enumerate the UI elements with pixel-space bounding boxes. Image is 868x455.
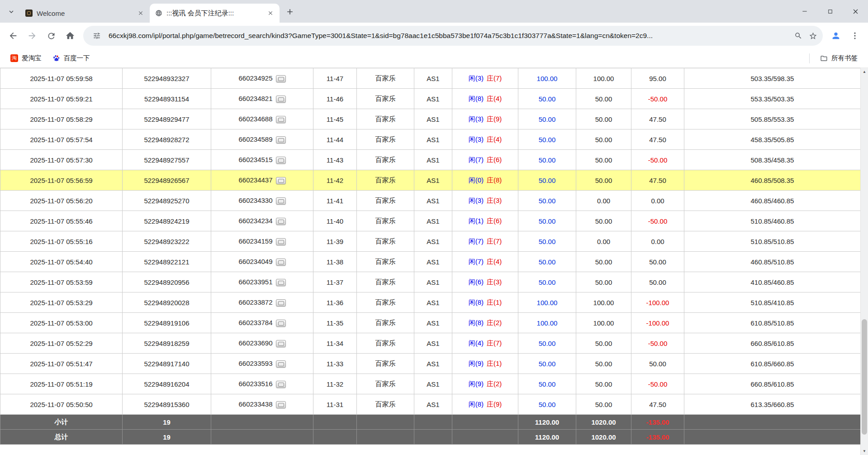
table-row[interactable]: 2025-11-07 05:50:50 522948915360 6602334…	[0, 394, 861, 415]
table-row[interactable]: 2025-11-07 05:54:40 522948922121 6602340…	[0, 252, 861, 272]
video-icon[interactable]	[276, 116, 286, 123]
video-icon[interactable]	[276, 96, 286, 103]
video-icon[interactable]	[276, 381, 286, 388]
round-id-text: 660234159	[238, 237, 272, 245]
video-icon[interactable]	[276, 197, 286, 205]
cell-table: AS1	[414, 394, 452, 415]
cell-time: 2025-11-07 05:58:29	[0, 109, 123, 129]
table-row[interactable]: 2025-11-07 05:53:29 522948920028 6602338…	[0, 292, 861, 313]
scroll-up-icon[interactable]: ▲	[861, 68, 868, 76]
player-score: 闲(6)	[469, 278, 484, 286]
reload-button[interactable]	[42, 26, 61, 45]
banker-score: 庄(9)	[487, 115, 502, 123]
forward-arrow-icon	[27, 31, 37, 41]
cell-balance: 510.85/460.85	[684, 211, 861, 231]
player-score: 闲(3)	[469, 196, 484, 204]
video-icon[interactable]	[276, 157, 286, 164]
new-tab-button[interactable]	[283, 5, 297, 19]
cell-round: 11-37	[313, 272, 357, 292]
forward-button[interactable]	[23, 26, 42, 45]
video-icon[interactable]	[276, 320, 286, 327]
table-row[interactable]: 2025-11-07 05:55:46 522948924219 6602342…	[0, 211, 861, 231]
profile-icon[interactable]	[826, 26, 845, 45]
cell-bet-id: 522948919106	[123, 313, 211, 333]
cell-balance: 458.35/505.85	[684, 129, 861, 150]
cell-bet-id: 522948925270	[123, 191, 211, 211]
close-tab-icon[interactable]	[136, 9, 145, 18]
table-row[interactable]: 2025-11-07 05:56:20 522948925270 6602343…	[0, 191, 861, 211]
close-tab-icon[interactable]	[266, 9, 275, 18]
video-icon[interactable]	[276, 299, 286, 307]
baidu-paw-icon	[52, 54, 60, 62]
page-content: 2025-11-07 05:59:58 522948932327 6602349…	[0, 68, 868, 455]
cell-time: 2025-11-07 05:57:30	[0, 150, 123, 170]
cell-round-id: 660234049	[211, 252, 313, 272]
cell-game: 百家乐	[357, 394, 414, 415]
video-icon[interactable]	[276, 177, 286, 184]
cell-winloss: -100.00	[631, 313, 684, 333]
video-icon[interactable]	[276, 238, 286, 245]
table-row[interactable]: 2025-11-07 05:51:47 522948917140 6602335…	[0, 354, 861, 374]
cell-result-detail: 闲(3)庄(3)	[452, 191, 518, 211]
table-row[interactable]: 2025-11-07 05:57:54 522948928272 6602345…	[0, 129, 861, 150]
round-id-text: 660234688	[238, 115, 272, 123]
table-row[interactable]: 2025-11-07 05:51:19 522948916204 6602335…	[0, 374, 861, 394]
cell-round: 11-46	[313, 89, 357, 109]
table-row[interactable]: 2025-11-07 05:59:21 522948931154 6602348…	[0, 89, 861, 109]
tab-search-button[interactable]	[5, 5, 18, 19]
cell-summary-bet: 1120.00	[518, 415, 576, 430]
video-icon[interactable]	[276, 136, 286, 144]
cell-time: 2025-11-07 05:53:29	[0, 292, 123, 313]
minimize-button[interactable]	[792, 0, 817, 23]
tab-betrecord[interactable]: :::视讯 会员下注纪录:::	[150, 4, 280, 23]
video-icon[interactable]	[276, 259, 286, 266]
cell-bet-id: 522948927557	[123, 150, 211, 170]
table-row[interactable]: 2025-11-07 05:56:59 522948926567 6602344…	[0, 170, 861, 191]
tab-welcome[interactable]: Welcome	[20, 4, 150, 23]
maximize-button[interactable]	[817, 0, 843, 23]
cell-round: 11-32	[313, 374, 357, 394]
bookmark-taobao[interactable]: 淘 爱淘宝	[6, 52, 46, 64]
url-text[interactable]: 66cxkj98.com/ipl/portal.php/game/betreco…	[109, 32, 788, 40]
zoom-icon[interactable]	[791, 29, 806, 43]
cell-table: AS1	[414, 231, 452, 252]
menu-icon[interactable]	[845, 26, 864, 45]
cell-result-detail: 闲(3)庄(4)	[452, 129, 518, 150]
table-row[interactable]: 2025-11-07 05:58:29 522948929477 6602346…	[0, 109, 861, 129]
video-icon[interactable]	[276, 218, 286, 225]
table-row[interactable]: 2025-11-07 05:57:30 522948927557 6602345…	[0, 150, 861, 170]
address-bar[interactable]: 66cxkj98.com/ipl/portal.php/game/betreco…	[83, 26, 823, 46]
video-icon[interactable]	[276, 279, 286, 286]
cell-time: 2025-11-07 05:53:00	[0, 313, 123, 333]
scrollbar-thumb[interactable]	[862, 319, 867, 435]
all-bookmarks-button[interactable]: 所有书签	[816, 52, 862, 64]
round-id-text: 660233951	[238, 278, 272, 286]
back-button[interactable]	[4, 26, 23, 45]
video-icon[interactable]	[276, 360, 286, 368]
vertical-scrollbar[interactable]: ▲ ▼	[860, 68, 868, 455]
cell-balance: 610.85/510.85	[684, 313, 861, 333]
cell-bet-id: 522948916204	[123, 374, 211, 394]
table-row[interactable]: 2025-11-07 05:53:59 522948920956 6602339…	[0, 272, 861, 292]
site-settings-icon[interactable]	[90, 29, 104, 43]
home-button[interactable]	[61, 26, 80, 45]
cell-result-detail: 闲(4)庄(7)	[452, 333, 518, 354]
bookmark-baidu[interactable]: 百度一下	[48, 52, 94, 64]
cell-valid-amount: 50.00	[576, 89, 631, 109]
close-window-button[interactable]	[843, 0, 868, 23]
table-row[interactable]: 2025-11-07 05:52:29 522948918259 6602336…	[0, 333, 861, 354]
cell-bet-id: 522948915360	[123, 394, 211, 415]
summary-row: 总计 19 1120.00 1020.00 -135.00	[0, 430, 861, 445]
video-icon[interactable]	[276, 340, 286, 347]
cell-result-detail: 闲(8)庄(1)	[452, 292, 518, 313]
cell-result-detail: 闲(1)庄(6)	[452, 211, 518, 231]
scroll-down-icon[interactable]: ▼	[861, 447, 868, 455]
table-row[interactable]: 2025-11-07 05:55:16 522948923222 6602341…	[0, 231, 861, 252]
bookmark-star-icon[interactable]	[806, 29, 820, 43]
cell-summary-winloss: -135.00	[631, 415, 684, 430]
video-icon[interactable]	[276, 401, 286, 408]
table-row[interactable]: 2025-11-07 05:53:00 522948919106 6602337…	[0, 313, 861, 333]
cell-valid-amount: 50.00	[576, 129, 631, 150]
table-row[interactable]: 2025-11-07 05:59:58 522948932327 6602349…	[0, 68, 861, 89]
video-icon[interactable]	[276, 75, 286, 82]
